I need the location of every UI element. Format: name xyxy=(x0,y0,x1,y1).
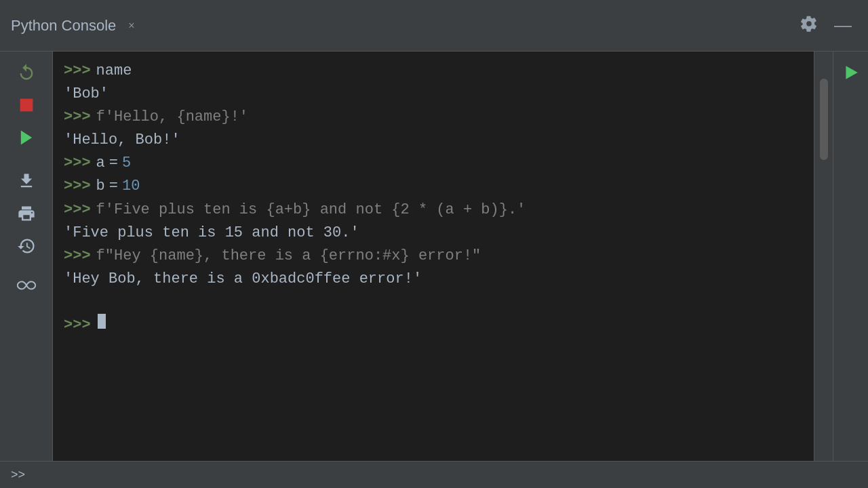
console-line-6: >>> f"Hey {name}, there is a {errno:#x} … xyxy=(64,245,803,268)
cmd-fhey: f"Hey {name}, there is a {errno:#x} erro… xyxy=(96,245,481,268)
console-line-3: >>> a = 5 xyxy=(64,152,803,175)
print-button[interactable] xyxy=(12,199,41,228)
output-hey: 'Hey Bob, there is a 0xbadc0ffee error!' xyxy=(64,268,422,291)
cmd-eq-2: = xyxy=(109,175,118,198)
close-tab-button[interactable]: × xyxy=(124,18,138,33)
cmd-a-val: 5 xyxy=(122,152,131,175)
cmd-eq-1: = xyxy=(109,152,118,175)
run-button[interactable] xyxy=(12,123,41,152)
infinite-button[interactable] xyxy=(12,271,41,300)
export-button[interactable] xyxy=(12,167,41,195)
prompt-6: >>> xyxy=(64,245,91,268)
prompt-3: >>> xyxy=(64,152,91,175)
output-2: 'Hello, Bob!' xyxy=(64,129,803,152)
cmd-b-val: 10 xyxy=(122,175,140,198)
console-wrapper: >>> name 'Bob' >>> f'Hello, {name}!' 'He… xyxy=(53,52,868,461)
svg-rect-0 xyxy=(20,99,33,112)
settings-button[interactable] xyxy=(800,15,818,36)
console-line-1: >>> name xyxy=(64,60,803,83)
prompt-input-line[interactable]: >>> xyxy=(64,314,803,337)
console-area[interactable]: >>> name 'Bob' >>> f'Hello, {name}!' 'He… xyxy=(53,52,814,461)
cmd-b-var: b xyxy=(96,175,105,198)
prompt-5: >>> xyxy=(64,199,91,222)
svg-marker-1 xyxy=(20,131,31,145)
right-play-area xyxy=(833,52,868,461)
cmd-a-var: a xyxy=(96,152,105,175)
cmd-ffive: f'Five plus ten is {a+b} and not {2 * (a… xyxy=(96,199,526,222)
output-5: 'Five plus ten is 15 and not 30.' xyxy=(64,222,803,245)
console-line-5: >>> f'Five plus ten is {a+b} and not {2 … xyxy=(64,199,803,222)
scrollbar-thumb[interactable] xyxy=(820,79,828,160)
output-five: 'Five plus ten is 15 and not 30.' xyxy=(64,222,359,245)
empty-line xyxy=(64,291,803,314)
active-prompt: >>> xyxy=(64,314,91,337)
svg-marker-2 xyxy=(846,66,857,79)
history-button[interactable] xyxy=(12,232,41,260)
output-1: 'Bob' xyxy=(64,83,803,106)
expand-button[interactable]: >> xyxy=(11,468,25,482)
output-6: 'Hey Bob, there is a 0xbadc0ffee error!' xyxy=(64,268,803,291)
minimize-button[interactable]: — xyxy=(834,15,852,36)
prompt-4: >>> xyxy=(64,175,91,198)
title-bar-actions: — xyxy=(800,15,852,36)
output-hello: 'Hello, Bob!' xyxy=(64,129,180,152)
execute-button[interactable] xyxy=(842,62,860,87)
main-layout: >>> name 'Bob' >>> f'Hello, {name}!' 'He… xyxy=(0,52,868,461)
console-line-4: >>> b = 10 xyxy=(64,175,803,198)
cursor xyxy=(98,314,106,329)
stop-button[interactable] xyxy=(12,91,41,119)
scrollbar[interactable] xyxy=(814,52,833,461)
rerun-button[interactable] xyxy=(12,58,41,87)
cmd-name: name xyxy=(96,60,132,83)
cmd-fhello: f'Hello, {name}!' xyxy=(96,106,248,129)
title-bar: Python Console × — xyxy=(0,0,868,52)
bottom-bar: >> xyxy=(0,461,868,488)
prompt-2: >>> xyxy=(64,106,91,129)
output-bob: 'Bob' xyxy=(64,83,108,106)
console-line-2: >>> f'Hello, {name}!' xyxy=(64,106,803,129)
window-title: Python Console xyxy=(11,17,116,35)
left-toolbar xyxy=(0,52,53,461)
prompt-1: >>> xyxy=(64,60,91,83)
